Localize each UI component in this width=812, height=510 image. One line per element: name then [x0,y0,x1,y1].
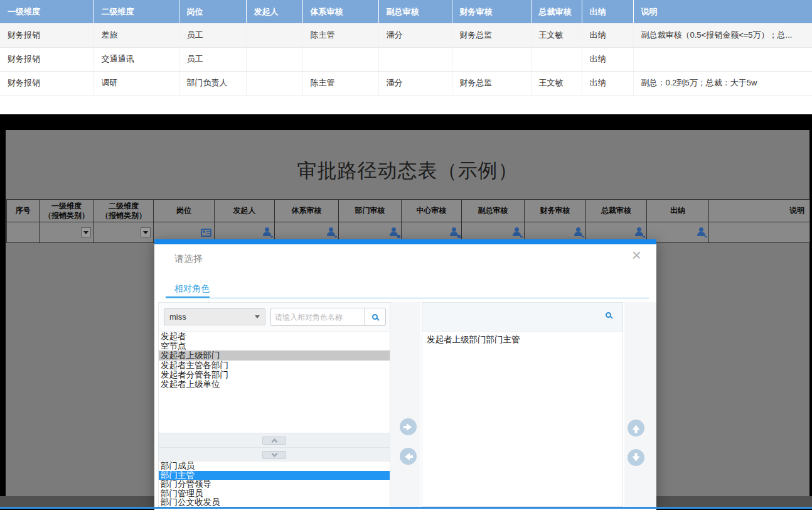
col-header[interactable]: 二级维度 [93,0,179,23]
list-item[interactable]: 空节点 [159,341,390,350]
cell: 财务总监 [452,71,531,95]
search-icon[interactable] [606,312,611,318]
arrow-left-icon [403,453,413,460]
list-item[interactable]: 部门管理员 [159,489,390,499]
expand-button[interactable] [262,451,286,459]
arrow-down-icon [633,453,640,463]
list-item[interactable]: 发起者上级单位 [159,379,390,389]
col-header: 说明 [709,200,810,222]
col-header: 部门审核 [339,200,402,222]
col-header: 副总审核 [462,200,525,222]
transfer-right-button[interactable] [400,418,417,435]
list-item-selected[interactable]: 部门主管 [159,471,390,480]
collapse-band [159,433,390,447]
bottom-accent-line [0,507,812,509]
left-panel-controls: miss [159,303,390,332]
caret-down-icon [255,315,260,318]
col-header[interactable]: 财务审核 [452,0,531,23]
table-row[interactable]: 财务报销 交通通讯 员工 出纳 [0,47,812,71]
table-row[interactable]: 财务报销 调研 部门负责人 陈主管 潘分 财务总监 王文敏 出纳 副总：0.2到… [0,71,812,95]
col-header[interactable]: 出纳 [582,0,633,23]
cell-dim1 [40,222,94,243]
chevron-down-icon [271,450,277,457]
list-item[interactable]: 部门公文收发员 [159,498,390,507]
cell [302,47,378,71]
list-item[interactable]: 部门分管领导 [159,480,390,489]
role-search-input[interactable] [271,308,364,325]
person-icon[interactable] [513,227,521,237]
caret-down-icon [83,231,88,234]
close-icon[interactable]: × [632,247,641,263]
dim2-dropdown-button[interactable] [141,227,151,237]
col-header: 发起人 [215,200,275,222]
cell: 王文敏 [531,23,582,47]
move-down-button[interactable] [628,449,644,466]
col-header: 体系审核 [275,200,339,222]
list-item[interactable]: 部门成员 [159,462,390,471]
transfer-left-button[interactable] [400,448,417,465]
cell: 员工 [179,23,246,47]
list-item-selected[interactable]: 发起者上级部门 [159,350,390,360]
cell-dim2 [94,222,154,243]
cell: 潘分 [378,23,452,47]
list-item[interactable]: 发起者上级部门部门主管 [422,335,622,345]
tab-relative-role[interactable]: 相对角色 [174,283,210,295]
page-title: 审批路径动态表（示例） [6,158,809,184]
arrow-right-icon [403,423,413,431]
role-search-box [270,308,386,326]
col-header[interactable]: 岗位 [179,0,246,23]
cell: 副总裁审核（0.5<报销金额<=5万）；总... [633,23,812,47]
col-header[interactable]: 总裁审核 [531,0,582,23]
person-add-icon[interactable] [450,227,459,237]
col-header[interactable]: 一级维度 [0,0,93,23]
cell: 财务报销 [0,47,93,71]
col-header[interactable]: 说明 [633,0,812,23]
role-category-value: miss [169,312,186,322]
person-icon[interactable] [263,227,272,237]
col-header: 总裁审核 [586,200,647,222]
cell [531,47,582,71]
collapse-button[interactable] [262,437,286,445]
col-header[interactable]: 体系审核 [302,0,378,23]
chevron-up-icon [271,438,277,445]
caret-down-icon [143,231,148,234]
cell: 陈主管 [302,23,378,47]
col-header[interactable]: 副总审核 [378,0,452,23]
list-item[interactable]: 发起者分管各部门 [159,370,390,379]
person-icon[interactable] [635,227,644,237]
search-button[interactable] [364,308,385,325]
dialog-title: 请选择 [174,253,203,265]
list-item[interactable]: 发起者主管各部门 [159,361,390,370]
cell: 出纳 [582,47,633,71]
search-icon [372,314,378,320]
person-icon[interactable] [327,227,336,237]
cell [246,23,302,47]
id-card-icon[interactable] [201,229,211,237]
cell: 王文敏 [531,71,582,95]
col-header: 岗位 [154,200,215,222]
dim1-dropdown-button[interactable] [81,227,91,237]
person-icon[interactable] [697,227,706,237]
cell: 员工 [179,47,246,71]
relative-role-list: 发起者 空节点 发起者上级部门 发起者主管各部门 发起者分管各部门 发起者上级单… [159,332,390,433]
tab-divider [166,298,649,298]
cell [633,47,812,71]
move-up-button[interactable] [628,420,644,437]
list-item[interactable]: 发起者 [159,332,390,341]
cell: 潘分 [378,71,452,95]
reorder-column [624,302,656,507]
cell-seq [7,222,40,243]
table-row[interactable]: 财务报销 差旅 员工 陈主管 潘分 财务总监 王文敏 出纳 副总裁审核（0.5<… [0,23,812,47]
cell: 出纳 [582,71,633,95]
col-header[interactable]: 发起人 [246,0,302,23]
col-header: 财务审核 [525,200,586,222]
expand-band [159,447,390,462]
role-category-select[interactable]: miss [164,308,265,325]
person-add-icon[interactable] [390,227,398,237]
transfer-column [390,302,420,507]
col-header: 二级维度（报销类别） [94,200,154,222]
arrow-up-icon [633,424,640,433]
approval-path-dynamic-table: 序号 一级维度（报销类别） 二级维度（报销类别） 岗位 发起人 体系审核 部门审… [6,199,810,243]
person-icon[interactable] [574,227,583,237]
cell [378,47,452,71]
